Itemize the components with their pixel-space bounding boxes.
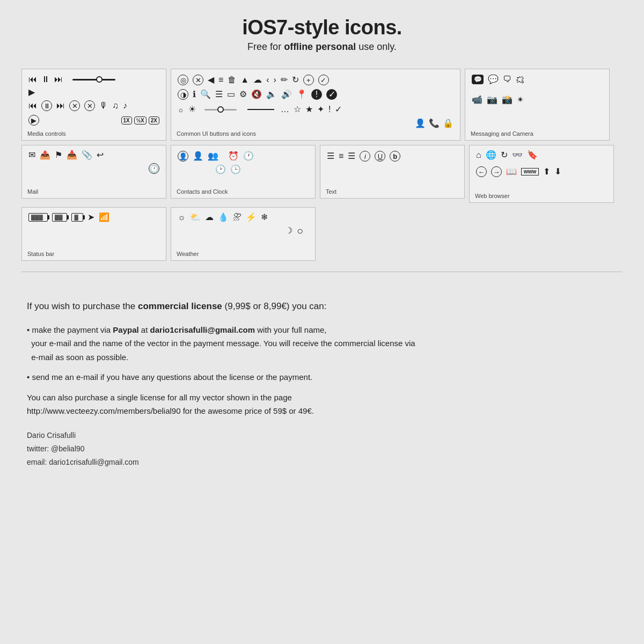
moon-icon: ○ — [297, 225, 303, 236]
video-camera-icon: 📹 — [472, 96, 482, 104]
mail-label: Mail — [27, 188, 38, 195]
camera-icon: 📷 — [487, 96, 497, 104]
battery-mid-icon: ▓▓ — [52, 213, 68, 222]
align-left-icon: ☰ — [327, 152, 334, 160]
battery-low-icon: ▓ — [71, 213, 83, 222]
status-bar-box: ▓▓▓ ▓▓ ▓ ➤ 📶 Status bar — [21, 207, 166, 261]
media-controls-box: ⏮ ⏸ ⏭ ▶ ⏮ ⏸ ⏭ ✕ ✕ 🎙 ♫ — [21, 69, 166, 141]
inbox-icon: 📥 — [67, 151, 77, 159]
sunny-icon: ☼ — [178, 213, 186, 222]
folder-icon: ▭ — [227, 90, 235, 99]
reload-icon: ↻ — [501, 151, 508, 159]
status-icons: ▓▓▓ ▓▓ ▓ ➤ 📶 — [28, 213, 159, 223]
exclaim-outline-icon: ! — [328, 105, 331, 114]
contacts-icons: 👤 👤 👥 ⏰ 🕐 🕑 🕒 — [178, 151, 309, 175]
icon-grid-row1: ⏮ ⏸ ⏭ ▶ ⏮ ⏸ ⏭ ✕ ✕ 🎙 ♫ — [21, 69, 623, 141]
author-section: Dario Crisafulli twitter: @belial90 emai… — [27, 429, 617, 470]
status-bar-label: Status bar — [27, 251, 54, 257]
music-note2-icon: ♫ — [112, 101, 119, 110]
page: iOS7-style icons. Free for offline perso… — [0, 0, 644, 491]
chat-dots-icon: 🗨 — [503, 75, 511, 84]
person2-icon: 👤 — [193, 152, 203, 160]
speed-half-badge: ½X — [134, 116, 147, 125]
www-icon: www — [521, 168, 539, 175]
storm-cloud-icon: ⛈ — [233, 213, 241, 222]
bullet2: • send me an e-mail if you have any ques… — [27, 370, 617, 384]
speed-2x-badge: 2X — [149, 116, 159, 125]
volume-off-icon: 🔇 — [251, 90, 262, 99]
bullet1: • make the payment via Paypal at dario1c… — [27, 323, 617, 364]
partly-cloudy-icon: ⛅ — [190, 213, 201, 222]
chat-filled-icon: 💬 — [472, 75, 484, 84]
web-browser-label: Web browser — [475, 193, 510, 199]
lock-icon: 🔒 — [443, 119, 453, 128]
brightness-high-icon: ☀ — [188, 105, 196, 114]
icon-grid-row2: ✉ 📤 ⚑ 📥 📎 ↩ 🕐 Mail 👤 👤 👥 — [21, 145, 623, 203]
close-circle-icon: ✕ — [69, 100, 80, 111]
envelope-icon: ✉ — [28, 151, 35, 159]
common-ui-box: ◎ ✕ ◀ ≡ 🗑 ▲ ☁ ‹ › ✏ ↻ + ✓ ◑ ℹ � — [171, 69, 460, 141]
info-circle-icon: ✕ — [84, 100, 95, 111]
search-icon: 🔍 — [200, 90, 211, 99]
group-icon: 👥 — [208, 152, 218, 160]
section-divider — [21, 272, 623, 272]
spacer — [320, 207, 610, 261]
exclaim-filled-icon: ! — [311, 89, 322, 100]
media-icons: ⏮ ⏸ ⏭ ▶ ⏮ ⏸ ⏭ ✕ ✕ 🎙 ♫ — [28, 75, 159, 127]
chat-lines-icon: 🗯 — [516, 75, 524, 84]
clock3-icon: 🕑 — [215, 165, 226, 174]
speed-1x-badge: 1X — [121, 116, 132, 125]
wifi-icon: 📶 — [99, 213, 109, 222]
ellipsis-icon: … — [281, 105, 289, 114]
photo-camera-icon: 📸 — [502, 96, 513, 104]
back-nav-icon: ← — [476, 166, 487, 177]
home-icon: ⌂ — [476, 151, 481, 159]
snowflake-icon: ❄ — [261, 213, 268, 222]
cursor-icon: ▲ — [240, 76, 249, 84]
italic-icon: i — [360, 151, 370, 162]
align-right-icon: ☰ — [348, 152, 355, 160]
volume-low-icon: 🔈 — [266, 90, 277, 99]
cloud-icon: ☁ — [253, 76, 262, 84]
page-subtitle: Free for offline personal use only. — [21, 41, 623, 53]
share-icon: ⬆ — [543, 167, 550, 176]
play-circle-icon: ▶ — [28, 115, 39, 126]
messaging-box: 💬 💬 🗨 🗯 📹 📷 📸 ✴ Messaging and Camera — [465, 69, 610, 141]
podcast-icon: 🎙 — [99, 101, 108, 110]
info-icon: ℹ — [193, 90, 196, 99]
forward-nav-icon: → — [491, 166, 502, 177]
pause-icon: ⏸ — [41, 75, 50, 84]
radio-icon: ◎ — [178, 75, 188, 85]
media-controls-label: Media controls — [27, 130, 66, 137]
messaging-label: Messaging and Camera — [471, 130, 533, 137]
sparkle-icon: ✴ — [517, 96, 524, 104]
star-filled-icon: ★ — [305, 105, 313, 114]
header-section: iOS7-style icons. Free for offline perso… — [21, 16, 623, 53]
license-intro: If you wish to purchase the commercial l… — [27, 299, 617, 314]
checkmark-icon: ✓ — [335, 105, 342, 114]
chevron-left-icon: ‹ — [266, 76, 269, 84]
messaging-icons: 💬 💬 🗨 🗯 📹 📷 📸 ✴ — [472, 75, 603, 106]
weather-icons: ☼ ⛅ ☁ 💧 ⛈ ⚡ ❄ ☽ ○ — [178, 213, 309, 238]
alarm-icon: ⏰ — [228, 152, 239, 160]
contact-circle-icon: 👤 — [178, 151, 188, 162]
next-icon: ⏭ — [56, 101, 65, 110]
play-icon: ▶ — [28, 88, 35, 97]
page-title: iOS7-style icons. — [21, 16, 623, 39]
star-outline-icon: ☆ — [294, 105, 301, 114]
common-ui-icons: ◎ ✕ ◀ ≡ 🗑 ▲ ☁ ‹ › ✏ ↻ + ✓ ◑ ℹ � — [178, 75, 453, 129]
fastforward-icon: ⏭ — [54, 75, 63, 84]
chat-outline-icon: 💬 — [488, 75, 499, 84]
clock4-icon: 🕒 — [230, 165, 241, 174]
brightness-low-icon: ☼ — [178, 106, 184, 113]
glasses-icon: 👓 — [512, 151, 523, 159]
bold-icon: b — [390, 151, 400, 162]
book-icon: 📖 — [506, 167, 517, 176]
battery-full-icon: ▓▓▓ — [28, 213, 48, 222]
flag-icon: ⚑ — [55, 151, 62, 159]
slider-thumb — [96, 76, 103, 83]
clock-icon: 🕐 — [149, 163, 159, 174]
cloud2-icon: ☁ — [205, 213, 214, 222]
envelope-arrow-icon: 📤 — [40, 151, 50, 159]
refresh-icon: ↻ — [292, 76, 299, 84]
